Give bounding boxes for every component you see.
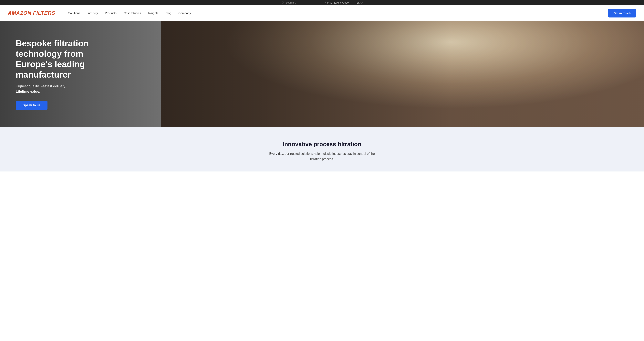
nav-item-insights[interactable]: Insights <box>145 10 162 17</box>
hero-subtitle: Highest quality. Fastest delivery. <box>16 84 122 88</box>
chevron-down-icon <box>361 1 362 3</box>
nav-item-blog[interactable]: Blog <box>162 10 174 17</box>
svg-line-1 <box>284 3 284 4</box>
language-label: EN <box>356 1 360 4</box>
phone-number: +44 (0) 1276 670600 <box>325 1 349 4</box>
nav-item-industry[interactable]: Industry <box>84 10 101 17</box>
hero-subtitle-bold: Lifetime value. <box>16 90 122 94</box>
main-nav: Solutions Industry Products Case Studies… <box>65 10 604 17</box>
hero-section: Bespoke filtration technology from Europ… <box>0 21 644 127</box>
header: Amazon Filters Solutions Industry Produc… <box>0 5 644 21</box>
innovation-section: Innovative process filtration Every day,… <box>0 127 644 171</box>
hero-content: Bespoke filtration technology from Europ… <box>0 38 137 110</box>
innovation-description: Every day, our trusted solutions help mu… <box>267 151 377 162</box>
search-icon <box>282 1 284 4</box>
innovation-title: Innovative process filtration <box>8 141 636 148</box>
logo[interactable]: Amazon Filters <box>8 10 55 16</box>
nav-item-company[interactable]: Company <box>175 10 194 17</box>
hero-title: Bespoke filtration technology from Europ… <box>16 38 122 80</box>
get-in-touch-button[interactable]: Get in touch <box>608 9 636 18</box>
speak-to-us-button[interactable]: Speak to us <box>16 101 48 110</box>
search-input[interactable] <box>286 1 317 4</box>
search-area[interactable] <box>282 1 317 4</box>
nav-item-case-studies[interactable]: Case Studies <box>120 10 144 17</box>
nav-item-solutions[interactable]: Solutions <box>65 10 84 17</box>
nav-item-products[interactable]: Products <box>102 10 120 17</box>
logo-text: Amazon Filters <box>8 10 55 16</box>
language-selector[interactable]: EN <box>356 1 362 4</box>
top-bar: +44 (0) 1276 670600 EN <box>0 0 644 5</box>
